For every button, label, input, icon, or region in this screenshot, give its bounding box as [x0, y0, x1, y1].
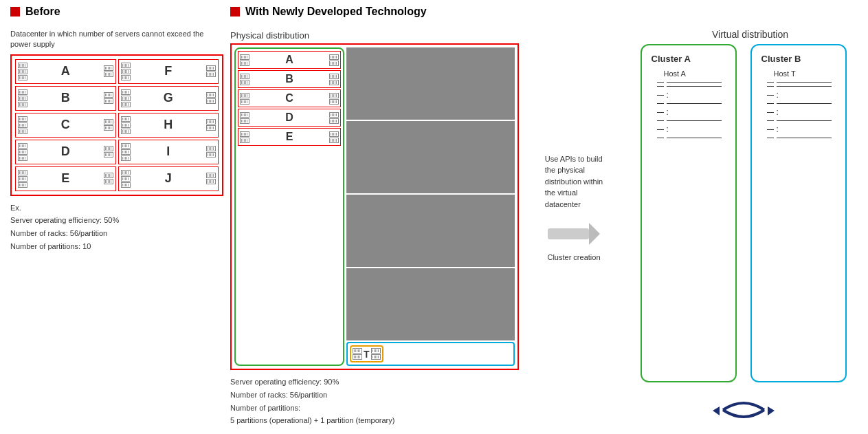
server-unit	[18, 116, 27, 122]
phys-label-a: A	[252, 54, 327, 66]
long-line-segment	[777, 103, 832, 104]
server-unit	[206, 65, 216, 71]
middle-stat-1: Number of racks: 56/partition	[230, 389, 519, 402]
server-unit	[206, 98, 216, 104]
line-segment	[657, 138, 664, 138]
long-line-segment	[667, 82, 722, 83]
cluster-a-line-2	[657, 86, 726, 87]
middle-stats: Server operating efficiency: 90% Number …	[230, 376, 519, 427]
server-unit	[104, 92, 113, 98]
server-icons-g	[121, 89, 131, 107]
server-unit	[18, 75, 27, 80]
server-unit	[206, 72, 216, 77]
server-cell-c: C	[15, 113, 116, 138]
server-unit	[329, 131, 339, 137]
server-unit	[206, 179, 216, 184]
cluster-b-dot-1: :	[767, 90, 836, 100]
before-stat-2: Number of partitions: 10	[10, 240, 223, 253]
server-unit	[329, 74, 339, 79]
server-unit	[18, 102, 27, 107]
phys-server-b: B	[238, 70, 341, 88]
server-label-c: C	[30, 118, 102, 132]
server-icons-j2	[206, 173, 216, 184]
line-segment	[657, 82, 664, 83]
server-cell-i: I	[118, 140, 219, 164]
server-unit	[206, 146, 216, 151]
phys-label-e: E	[252, 131, 327, 143]
server-unit	[329, 54, 339, 60]
phys-server-a: A	[238, 51, 341, 69]
before-stats: Ex. Server operating efficiency: 50% Num…	[10, 202, 223, 253]
server-unit	[104, 146, 113, 151]
cluster-a-line-3	[657, 103, 726, 104]
phys-left-column: A B	[234, 47, 344, 366]
phys-server-d: D	[238, 109, 341, 127]
api-text: Use APIs to buildthe physicaldistributio…	[545, 153, 603, 210]
server-unit	[329, 80, 339, 85]
newtech-label: With Newly Developed Technology	[245, 6, 427, 18]
server-icons-h2	[206, 119, 216, 131]
server-unit	[121, 149, 131, 155]
cluster-b-line-4	[767, 120, 836, 121]
server-unit	[353, 354, 362, 360]
server-unit	[121, 96, 131, 101]
phys-server-icons	[240, 112, 249, 124]
server-icons-e	[18, 170, 27, 188]
server-unit	[18, 129, 27, 134]
server-unit	[121, 155, 131, 161]
phys-t-inner: T	[350, 345, 383, 362]
server-unit	[18, 63, 27, 68]
phys-gray-block-1	[346, 47, 515, 120]
cluster-b-box: Cluster B Host T :	[750, 44, 847, 382]
cluster-b-dot-3: :	[767, 124, 836, 134]
middle-stat-0: Server operating efficiency: 90%	[230, 376, 519, 389]
arrow-section: Use APIs to buildthe physicaldistributio…	[526, 29, 622, 427]
long-line-segment	[667, 120, 722, 121]
server-unit	[121, 75, 131, 80]
server-cell-f: F	[118, 59, 219, 84]
before-stat-1: Number of racks: 56/partition	[10, 227, 223, 240]
line-segment	[657, 129, 664, 130]
phys-server-icons-t	[353, 348, 362, 360]
server-unit	[18, 182, 27, 188]
cluster-a-dot-text-2: :	[667, 107, 669, 117]
server-unit	[206, 119, 216, 124]
before-section: Datacenter in which number of servers ca…	[10, 29, 223, 427]
server-label-a: A	[30, 64, 102, 78]
server-unit	[18, 96, 27, 101]
server-unit	[240, 80, 249, 85]
phys-server-icons	[240, 54, 249, 66]
cluster-a-dot-text-3: :	[667, 124, 669, 134]
cluster-b-host-label: Host T	[761, 69, 836, 78]
server-icons-d2	[104, 146, 113, 158]
server-unit	[104, 72, 113, 77]
main-container: Datacenter in which number of servers ca…	[0, 22, 868, 434]
server-unit	[104, 152, 113, 158]
cluster-a-box: Cluster A Host A :	[641, 44, 737, 382]
server-unit	[121, 69, 131, 74]
server-icons-f	[121, 63, 131, 80]
line-segment	[657, 112, 664, 113]
long-line-segment	[667, 103, 722, 104]
server-icons-b	[18, 89, 27, 107]
clusters-row: Cluster A Host A :	[629, 44, 858, 389]
server-cell-a: A	[15, 59, 116, 84]
server-unit	[104, 98, 113, 104]
cluster-b-line-1	[767, 82, 836, 83]
cluster-a-line-5	[657, 138, 726, 138]
line-segment	[767, 95, 774, 96]
server-unit	[104, 179, 113, 184]
server-unit	[18, 155, 27, 161]
long-line-segment	[777, 138, 832, 138]
server-unit	[18, 176, 27, 182]
server-icons-f2	[206, 65, 216, 77]
phys-label-t: T	[364, 349, 370, 360]
server-unit	[329, 138, 339, 143]
server-label-i: I	[133, 144, 205, 159]
virtual-distribution-label: Virtual distribution	[643, 29, 858, 40]
server-unit	[240, 74, 249, 79]
newtech-red-square	[230, 7, 240, 17]
newtech-section-header: With Newly Developed Technology	[230, 6, 858, 18]
svg-rect-1	[548, 228, 589, 239]
server-label-e: E	[30, 171, 102, 186]
